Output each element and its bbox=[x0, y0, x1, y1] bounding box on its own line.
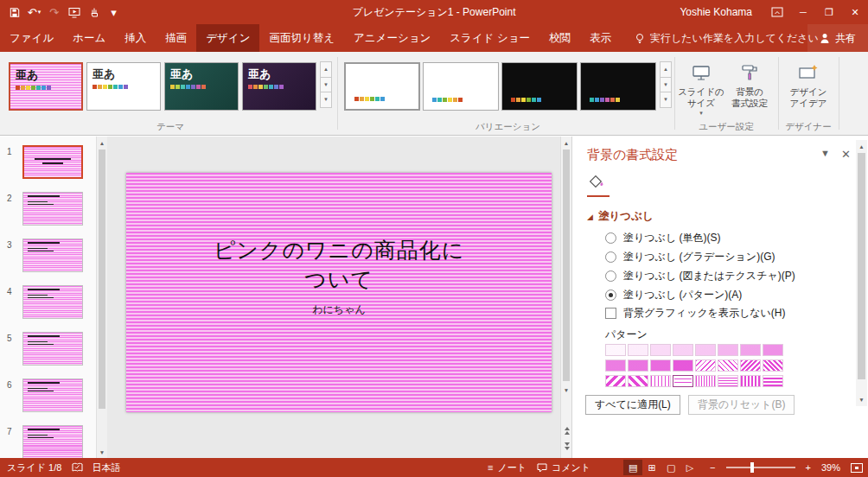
tab-design[interactable]: デザイン bbox=[196, 24, 259, 52]
pattern-swatch[interactable] bbox=[673, 359, 693, 372]
pattern-swatch[interactable] bbox=[695, 359, 716, 372]
undo-dropdown-icon[interactable]: ▾ bbox=[38, 9, 41, 16]
ribbon-display-options-button[interactable] bbox=[764, 0, 790, 24]
scroll-down-icon[interactable]: ▼ bbox=[561, 384, 571, 396]
pattern-swatch[interactable] bbox=[628, 344, 648, 356]
pattern-swatch[interactable] bbox=[650, 375, 671, 387]
zoom-out-button[interactable]: − bbox=[710, 462, 715, 473]
fill-tab[interactable] bbox=[587, 173, 610, 197]
pane-options-dropdown-icon[interactable]: ▼ bbox=[820, 148, 830, 158]
scrollbar-thumb[interactable] bbox=[563, 149, 570, 381]
slide-preview[interactable] bbox=[22, 285, 83, 319]
slide-thumbnail-3[interactable]: 3 bbox=[0, 238, 107, 275]
slide-title[interactable]: ピンクのワニの商品化に ついて bbox=[140, 235, 538, 294]
zoom-slider-thumb[interactable] bbox=[750, 462, 754, 473]
format-background-button[interactable]: 背景の 書式設定 bbox=[726, 59, 773, 128]
tab-animations[interactable]: アニメーション bbox=[344, 24, 440, 52]
scroll-up-icon[interactable]: ▲ bbox=[561, 137, 571, 149]
share-button[interactable]: 共有 bbox=[807, 24, 868, 52]
slide-preview[interactable] bbox=[22, 332, 83, 366]
save-button[interactable] bbox=[4, 2, 24, 22]
pattern-swatch[interactable] bbox=[650, 359, 671, 372]
slide-thumbnail-5[interactable]: 5 bbox=[0, 332, 107, 368]
tab-view[interactable]: 表示 bbox=[580, 24, 621, 52]
theme-thumbnail-dark-teal[interactable]: 亜あ bbox=[164, 62, 239, 111]
user-name[interactable]: Yoshie Kohama bbox=[680, 6, 752, 18]
variant-thumbnail-1[interactable] bbox=[344, 62, 420, 111]
customize-qat-button[interactable]: ▾ bbox=[104, 2, 124, 22]
variant-thumbnail-3[interactable] bbox=[501, 62, 578, 111]
tab-insert[interactable]: 挿入 bbox=[115, 24, 156, 52]
fill-section-header[interactable]: ◢ 塗りつぶし bbox=[587, 209, 654, 224]
fit-to-window-button[interactable] bbox=[851, 463, 863, 473]
zoom-level[interactable]: 39% bbox=[821, 462, 840, 473]
pattern-swatch[interactable] bbox=[695, 375, 716, 387]
scrollbar-thumb[interactable] bbox=[99, 149, 105, 409]
slide-preview[interactable] bbox=[22, 238, 83, 272]
fill-gradient-radio[interactable]: 塗りつぶし (グラデーション)(G) bbox=[605, 247, 795, 266]
slide-preview[interactable] bbox=[22, 378, 83, 412]
fill-pattern-radio[interactable]: 塗りつぶし (パターン)(A) bbox=[605, 285, 795, 304]
reset-background-button[interactable]: 背景のリセット(B) bbox=[688, 395, 795, 415]
slide-size-button[interactable]: スライドの サイズ ▾ bbox=[678, 59, 724, 128]
tab-home[interactable]: ホーム bbox=[63, 24, 115, 52]
scroll-down-icon[interactable]: ▼ bbox=[97, 446, 107, 458]
pane-scrollbar[interactable]: ▲ ▼ bbox=[856, 140, 867, 406]
scrollbar-thumb[interactable] bbox=[858, 153, 865, 379]
next-slide-button[interactable] bbox=[561, 442, 571, 456]
start-slideshow-button[interactable] bbox=[64, 2, 84, 22]
fill-solid-radio[interactable]: 塗りつぶし (単色)(S) bbox=[605, 228, 795, 247]
pattern-swatch[interactable] bbox=[673, 375, 693, 387]
gallery-scroll-up-button[interactable]: ▲ bbox=[660, 61, 672, 78]
scroll-down-icon[interactable]: ▼ bbox=[856, 393, 867, 405]
slide-preview[interactable] bbox=[22, 425, 83, 458]
gallery-more-button[interactable]: ▼ bbox=[660, 92, 672, 108]
maximize-button[interactable]: ❐ bbox=[816, 0, 842, 24]
tab-file[interactable]: ファイル bbox=[0, 24, 63, 52]
language-indicator[interactable]: 日本語 bbox=[92, 461, 120, 474]
pattern-swatch[interactable] bbox=[628, 375, 648, 387]
pattern-swatch[interactable] bbox=[763, 375, 783, 387]
comments-button[interactable]: コメント bbox=[537, 461, 590, 474]
theme-thumbnail-current[interactable]: 亜あ bbox=[9, 62, 83, 111]
canvas-scrollbar[interactable]: ▲ ▼ bbox=[560, 137, 571, 458]
previous-slide-button[interactable] bbox=[561, 426, 571, 441]
pattern-swatch[interactable] bbox=[740, 375, 761, 387]
slide-thumbnail-7[interactable]: 7 bbox=[0, 425, 107, 458]
pattern-swatch[interactable] bbox=[718, 344, 738, 356]
design-ideas-button[interactable]: デザイン アイデア bbox=[783, 59, 833, 128]
slide-preview[interactable] bbox=[22, 145, 83, 179]
tab-transitions[interactable]: 画面切り替え bbox=[259, 24, 344, 52]
variant-thumbnail-4[interactable] bbox=[580, 62, 656, 111]
zoom-in-button[interactable]: + bbox=[806, 462, 811, 473]
tab-review[interactable]: 校閲 bbox=[539, 24, 580, 52]
redo-button[interactable]: ↷ bbox=[44, 2, 64, 22]
normal-view-button[interactable]: ▤ bbox=[623, 460, 642, 475]
undo-button[interactable]: ↶▾ bbox=[24, 2, 44, 22]
pattern-swatch[interactable] bbox=[763, 359, 783, 372]
pattern-swatch[interactable] bbox=[740, 344, 761, 356]
slide-subtitle[interactable]: わにちゃん bbox=[126, 302, 552, 317]
pattern-swatch[interactable] bbox=[628, 359, 648, 372]
thumbnail-panel-scrollbar[interactable]: ▲ ▼ bbox=[96, 137, 107, 458]
variant-thumbnail-2[interactable] bbox=[423, 62, 499, 111]
pattern-swatch[interactable] bbox=[740, 359, 761, 372]
minimize-button[interactable]: ─ bbox=[790, 0, 816, 24]
theme-thumbnail-dark-purple[interactable]: 亜あ bbox=[242, 62, 316, 111]
notes-button[interactable]: ≡ノート bbox=[488, 461, 527, 474]
tab-draw[interactable]: 描画 bbox=[156, 24, 196, 52]
slide-preview[interactable] bbox=[22, 192, 83, 226]
slide-thumbnail-1[interactable]: 1 bbox=[0, 145, 107, 181]
scroll-up-icon[interactable]: ▲ bbox=[97, 137, 107, 149]
gallery-scroll-down-button[interactable]: ▼ bbox=[320, 77, 332, 93]
tell-me-box[interactable]: 実行したい作業を入力してください bbox=[635, 24, 819, 52]
pattern-swatch[interactable] bbox=[718, 375, 738, 387]
pattern-swatch[interactable] bbox=[695, 344, 716, 356]
theme-thumbnail-office[interactable]: 亜あ bbox=[86, 62, 161, 111]
slide-thumbnail-6[interactable]: 6 bbox=[0, 378, 107, 415]
slideshow-view-button[interactable]: ▷ bbox=[680, 460, 699, 475]
gallery-scroll-up-button[interactable]: ▲ bbox=[320, 61, 332, 78]
hide-background-graphics-checkbox[interactable]: 背景グラフィックを表示しない(H) bbox=[605, 306, 785, 321]
tab-slideshow[interactable]: スライド ショー bbox=[440, 24, 539, 52]
pattern-swatch[interactable] bbox=[650, 344, 671, 356]
